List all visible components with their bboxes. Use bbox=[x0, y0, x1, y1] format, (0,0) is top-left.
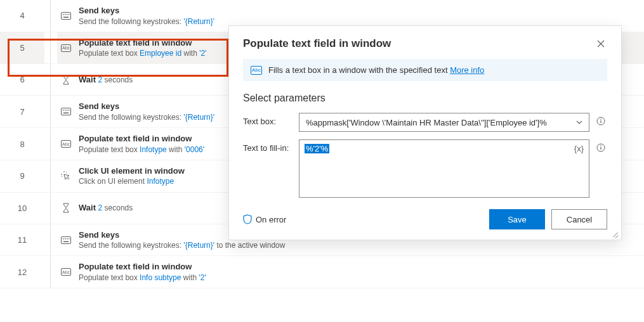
step-title: Click UI element in window bbox=[79, 165, 185, 177]
save-button[interactable]: Save bbox=[489, 209, 545, 229]
svg-rect-2 bbox=[65, 14, 66, 15]
step-gutter bbox=[44, 193, 57, 224]
svg-rect-1 bbox=[63, 14, 64, 15]
step-desc: 2 seconds bbox=[98, 75, 133, 84]
step-gutter bbox=[44, 32, 57, 64]
abc-icon: Abc bbox=[251, 66, 262, 75]
step-gutter bbox=[44, 160, 57, 192]
step-number: 11 bbox=[0, 224, 44, 256]
step-number: 4 bbox=[0, 0, 44, 32]
step-number: 9 bbox=[0, 160, 44, 192]
step-desc: Send the following keystrokes: '{Return}… bbox=[79, 240, 285, 250]
svg-rect-16 bbox=[69, 238, 70, 240]
step-text: Populate text field in windowPopulate te… bbox=[79, 133, 204, 155]
svg-rect-4 bbox=[69, 14, 70, 15]
textbox-select[interactable]: %appmask['Window \'Maintain HR Master Da… bbox=[299, 113, 589, 132]
step-title: Send keys bbox=[79, 101, 214, 112]
step-text: Send keysSend the following keystrokes: … bbox=[79, 5, 214, 27]
variable-picker-icon[interactable]: {x} bbox=[574, 144, 584, 153]
svg-rect-12 bbox=[62, 236, 71, 243]
cancel-button[interactable]: Cancel bbox=[551, 209, 607, 229]
on-error-toggle[interactable]: On error bbox=[243, 214, 286, 224]
info-banner-text: Fills a text box in a window with the sp… bbox=[268, 65, 484, 75]
step-number: 12 bbox=[0, 256, 44, 288]
step-desc: Send the following keystrokes: '{Return}… bbox=[79, 16, 214, 27]
info-banner: Abc Fills a text box in a window with th… bbox=[243, 59, 607, 81]
close-icon[interactable] bbox=[595, 37, 607, 50]
keyboard-icon bbox=[61, 106, 71, 117]
step-title: Send keys bbox=[79, 5, 214, 16]
step-number: 6 bbox=[0, 64, 44, 95]
svg-rect-9 bbox=[67, 110, 68, 111]
more-info-link[interactable]: More info bbox=[450, 65, 484, 75]
step-gutter bbox=[44, 128, 57, 160]
step-gutter bbox=[44, 256, 57, 288]
step-body: AbcPopulate text field in windowPopulate… bbox=[57, 256, 644, 288]
abc-icon: Abc bbox=[61, 139, 71, 149]
svg-rect-6 bbox=[62, 108, 71, 115]
step-desc: Populate text box Employee id with '2' bbox=[79, 48, 206, 58]
svg-rect-5 bbox=[63, 16, 69, 18]
step-title: Populate text field in window bbox=[79, 261, 206, 273]
step-number: 8 bbox=[0, 128, 44, 160]
dialog-title: Populate text field in window bbox=[243, 37, 391, 50]
step-desc: 2 seconds bbox=[98, 203, 133, 212]
step-text: Populate text field in windowPopulate te… bbox=[79, 261, 206, 283]
svg-rect-15 bbox=[67, 238, 68, 240]
svg-rect-0 bbox=[62, 12, 71, 19]
step-text: Wait 2 seconds bbox=[79, 202, 133, 214]
action-config-dialog: Populate text field in window Abc Fills … bbox=[228, 25, 622, 240]
step-desc: Send the following keystrokes: '{Return}… bbox=[79, 112, 214, 122]
step-title: Populate text field in window bbox=[79, 37, 206, 49]
svg-rect-17 bbox=[63, 241, 69, 242]
info-icon[interactable] bbox=[595, 113, 607, 126]
step-number: 5 bbox=[0, 32, 44, 64]
flow-step[interactable]: 12AbcPopulate text field in windowPopula… bbox=[0, 256, 644, 288]
textbox-param-label: Text box: bbox=[243, 113, 294, 126]
step-number: 10 bbox=[0, 193, 44, 224]
step-text: Populate text field in windowPopulate te… bbox=[79, 37, 206, 59]
fill-text-input[interactable]: %'2'% {x} bbox=[299, 139, 589, 198]
step-desc: Populate text box Infotype with '0006' bbox=[79, 145, 204, 155]
svg-rect-8 bbox=[65, 110, 66, 111]
hourglass-icon bbox=[61, 75, 71, 85]
svg-rect-23 bbox=[600, 147, 601, 150]
step-text: Send keysSend the following keystrokes: … bbox=[79, 101, 214, 122]
step-title: Wait bbox=[79, 203, 98, 212]
svg-point-19 bbox=[600, 119, 601, 120]
hourglass-icon bbox=[61, 203, 71, 213]
svg-point-22 bbox=[600, 145, 601, 146]
section-heading: Select parameters bbox=[243, 93, 607, 104]
step-gutter bbox=[44, 224, 57, 256]
textbox-select-value: %appmask['Window \'Maintain HR Master Da… bbox=[306, 118, 547, 127]
step-desc: Populate text box Info subtype with '2' bbox=[79, 273, 206, 283]
chevron-down-icon bbox=[576, 118, 582, 127]
abc-icon: Abc bbox=[61, 267, 71, 277]
keyboard-icon bbox=[61, 11, 71, 21]
svg-rect-13 bbox=[63, 238, 64, 240]
svg-rect-3 bbox=[67, 14, 68, 15]
step-gutter bbox=[44, 64, 57, 95]
click-icon bbox=[61, 171, 71, 181]
step-title: Wait bbox=[79, 75, 98, 84]
svg-rect-14 bbox=[65, 238, 66, 240]
svg-rect-10 bbox=[69, 110, 70, 111]
step-gutter bbox=[44, 96, 57, 127]
step-title: Populate text field in window bbox=[79, 133, 204, 145]
resize-grip-icon[interactable] bbox=[612, 231, 619, 237]
svg-rect-20 bbox=[600, 120, 601, 123]
svg-rect-11 bbox=[63, 113, 69, 114]
step-number: 7 bbox=[0, 96, 44, 127]
svg-rect-7 bbox=[63, 110, 64, 111]
fill-param-label: Text to fill-in: bbox=[243, 139, 294, 153]
info-icon[interactable] bbox=[595, 139, 607, 152]
step-text: Wait 2 seconds bbox=[79, 74, 133, 86]
step-text: Click UI element in windowClick on UI el… bbox=[79, 165, 185, 187]
keyboard-icon bbox=[61, 235, 71, 245]
fill-text-value: %'2'% bbox=[305, 144, 329, 153]
step-desc: Click on UI element Infotype bbox=[79, 176, 185, 186]
abc-icon: Abc bbox=[61, 43, 71, 53]
step-gutter bbox=[44, 0, 57, 32]
